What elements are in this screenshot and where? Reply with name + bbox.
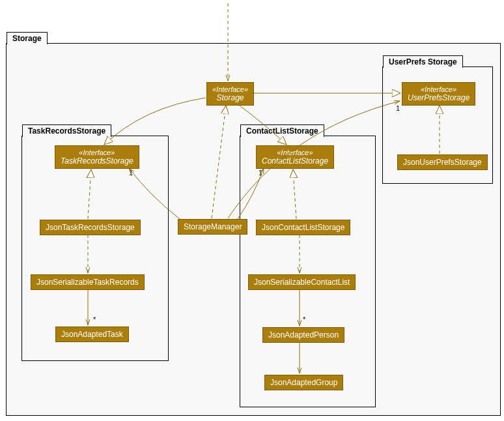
class-storage-interface: «Interface» Storage — [206, 82, 254, 106]
class-contactlist-interface: «Interface» ContactListStorage — [256, 145, 334, 169]
class-storagemanager: StorageManager — [178, 219, 247, 235]
package-storage-label: Storage — [7, 32, 48, 44]
mult-taskrecords: 1 — [129, 169, 133, 177]
mult-person-many: * — [303, 315, 305, 323]
class-userprefs-interface: «Interface» UserPrefsStorage — [402, 82, 475, 106]
class-jsonadaptedperson: JsonAdaptedPerson — [262, 327, 344, 343]
class-jsonserializablecontact: JsonSerializableContactList — [248, 274, 356, 290]
package-userprefs-label: UserPrefs Storage — [383, 55, 463, 68]
package-contactlist-label: ContactListStorage — [240, 124, 324, 137]
class-taskrecords-interface: «Interface» TaskRecordsStorage — [55, 145, 139, 169]
class-jsonadaptedgroup: JsonAdaptedGroup — [264, 375, 343, 390]
mult-task-many: * — [93, 315, 96, 323]
storage-name: Storage — [212, 93, 248, 102]
mult-userprefs: 1 — [396, 104, 400, 112]
class-jsoncontactlist: JsonContactListStorage — [256, 220, 350, 235]
storage-stereotype: «Interface» — [212, 85, 248, 93]
class-jsonserializabletask: JsonSerializableTaskRecords — [31, 274, 145, 290]
class-jsontaskrecords: JsonTaskRecordsStorage — [40, 220, 141, 235]
mult-contactlist: 1 — [259, 169, 262, 177]
class-jsonadaptedtask: JsonAdaptedTask — [55, 327, 129, 342]
package-taskrecords-label: TaskRecordsStorage — [22, 124, 111, 137]
class-jsonuserprefs: JsonUserPrefsStorage — [397, 154, 488, 170]
